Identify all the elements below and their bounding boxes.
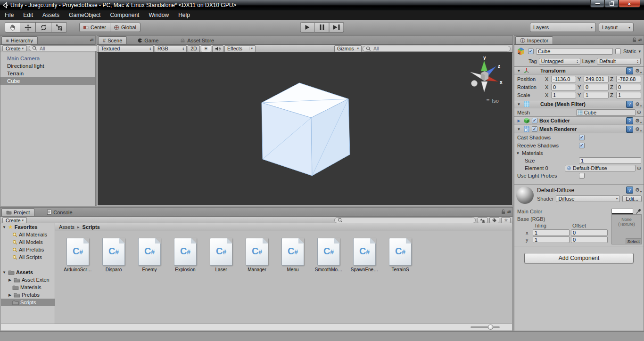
rotate-tool-button[interactable] xyxy=(36,22,51,32)
scene-viewport[interactable]: y z x ≡ Iso xyxy=(98,52,512,205)
offset-x-field[interactable]: 0 xyxy=(571,229,608,236)
render-mode-dropdown[interactable]: Textured ▴▾ xyxy=(98,45,154,52)
pause-button[interactable] xyxy=(315,22,330,32)
object-picker-icon[interactable]: ⊙ xyxy=(637,165,641,171)
mesh-renderer-enabled-checkbox[interactable]: ✓ xyxy=(532,126,537,132)
gear-icon[interactable]: ⚙▾ xyxy=(635,118,642,124)
audio-toggle-button[interactable] xyxy=(212,45,223,52)
foldout-closed-icon[interactable]: ▶ xyxy=(8,293,12,297)
slider-knob[interactable] xyxy=(488,325,493,330)
materials-foldout[interactable]: ▼ Materials xyxy=(514,149,644,157)
shader-dropdown[interactable]: Diffuse ▾ xyxy=(556,195,620,202)
restore-button[interactable] xyxy=(604,0,619,8)
help-icon[interactable]: ? xyxy=(626,187,633,194)
menu-assets[interactable]: Assets xyxy=(38,12,64,18)
file-enemy[interactable]: C# Enemy xyxy=(132,238,167,272)
favorite-all-scripts[interactable]: All Scripts xyxy=(1,253,55,261)
iso-mode-label[interactable]: ≡ Iso xyxy=(486,97,499,104)
rotation-z-field[interactable]: 0 xyxy=(616,84,641,90)
material-preview-sphere[interactable] xyxy=(516,187,534,204)
foldout-open-icon[interactable]: ▼ xyxy=(2,225,7,229)
hierarchy-item-terrain[interactable]: Terrain xyxy=(0,70,95,77)
help-icon[interactable]: ? xyxy=(626,117,633,124)
menu-window[interactable]: Window xyxy=(144,12,173,18)
position-x-field[interactable]: -1136.0 xyxy=(551,76,576,82)
foldout-closed-icon[interactable]: ▶ xyxy=(8,278,12,282)
panel-menu-icon[interactable]: ▾≡ xyxy=(90,37,93,42)
center-toggle-button[interactable]: Center xyxy=(79,23,110,32)
name-field[interactable]: Cube xyxy=(536,48,613,55)
step-button[interactable] xyxy=(330,22,344,32)
icon-size-slider[interactable] xyxy=(471,326,500,328)
tab-console[interactable]: Console xyxy=(43,208,76,216)
box-collider-header[interactable]: ▶ ✓ Box Collider ? ⚙▾ xyxy=(514,116,644,125)
minimize-button[interactable] xyxy=(590,0,604,8)
mesh-object-field[interactable]: Cube xyxy=(576,109,636,116)
static-checkbox[interactable] xyxy=(615,49,621,54)
hand-tool-button[interactable] xyxy=(5,22,20,32)
add-component-button[interactable]: Add Component xyxy=(524,253,634,263)
gear-icon[interactable]: ⚙▾ xyxy=(635,68,642,74)
receive-shadows-checkbox[interactable]: ✓ xyxy=(579,143,585,148)
file-smoothmove[interactable]: C# SmoothMo… xyxy=(311,238,347,272)
file-arduinoscript[interactable]: C# ArduinoScr… xyxy=(60,238,96,272)
file-spawnenemy[interactable]: C# SpawnEne… xyxy=(347,238,382,272)
file-laser[interactable]: C# Laser xyxy=(203,238,239,272)
search-by-type-button[interactable] xyxy=(478,217,487,223)
position-z-field[interactable]: -782.68 xyxy=(616,76,641,82)
help-icon[interactable]: ? xyxy=(626,126,633,133)
tiling-y-field[interactable]: 1 xyxy=(533,236,570,243)
offset-y-field[interactable]: 0 xyxy=(571,236,608,243)
favorite-all-models[interactable]: All Models xyxy=(1,238,55,246)
folder-asset-extensions[interactable]: ▶ Asset Exten xyxy=(1,276,55,284)
hierarchy-search-input[interactable] xyxy=(39,45,104,52)
foldout-closed-icon[interactable]: ▶ xyxy=(516,119,521,123)
breadcrumb-root[interactable]: Assets xyxy=(59,224,74,230)
layer-dropdown[interactable]: Default ▴▾ xyxy=(597,58,641,65)
mesh-filter-header[interactable]: ▼ Cube (Mesh Filter) ? ⚙▾ xyxy=(514,100,644,108)
position-y-field[interactable]: 249.031 xyxy=(584,76,609,82)
file-disparo[interactable]: C# Disparo xyxy=(96,238,132,272)
hierarchy-create-button[interactable]: Create ▾ xyxy=(2,45,27,51)
menu-gameobject[interactable]: GameObject xyxy=(64,12,105,18)
gizmos-dropdown[interactable]: Gizmos ▾ xyxy=(334,45,362,52)
scene-search-input[interactable] xyxy=(372,45,507,52)
favorite-all-materials[interactable]: All Materials xyxy=(1,231,55,238)
gear-icon[interactable]: ⚙▾ xyxy=(635,126,642,132)
hierarchy-item-main-camera[interactable]: Main Camera xyxy=(0,55,95,62)
file-manager[interactable]: C# Manager xyxy=(239,238,275,272)
foldout-open-icon[interactable]: ▼ xyxy=(2,270,7,275)
light-probes-checkbox[interactable] xyxy=(579,173,585,179)
foldout-open-icon[interactable]: ▼ xyxy=(516,69,521,73)
close-button[interactable]: × xyxy=(619,0,640,8)
project-search[interactable] xyxy=(334,217,476,223)
rotation-x-field[interactable]: 0 xyxy=(551,84,576,90)
folder-scripts[interactable]: Scripts xyxy=(1,299,55,306)
search-by-label-button[interactable] xyxy=(489,217,499,223)
eyedropper-icon[interactable] xyxy=(636,209,641,214)
menu-file[interactable]: File xyxy=(0,12,18,18)
active-checkbox[interactable]: ✓ xyxy=(528,49,534,54)
static-dropdown-icon[interactable]: ▾ xyxy=(638,49,641,54)
cast-shadows-checkbox[interactable]: ✓ xyxy=(579,135,585,140)
tab-game[interactable]: Game xyxy=(133,36,163,44)
file-terrains[interactable]: C# TerrainS xyxy=(382,238,418,272)
tab-inspector[interactable]: ⓘ Inspector xyxy=(515,36,553,44)
move-tool-button[interactable] xyxy=(20,22,36,32)
lock-icon[interactable] xyxy=(632,37,636,42)
file-explosion[interactable]: C# Explosion xyxy=(167,238,203,272)
gear-icon[interactable]: ⚙▾ xyxy=(635,101,642,107)
favorites-root[interactable]: ▼ ★ Favorites xyxy=(1,223,55,231)
main-color-swatch[interactable] xyxy=(611,209,633,215)
favorite-all-prefabs[interactable]: All Prefabs xyxy=(1,246,55,253)
folder-prefabs[interactable]: ▶ Prefabs xyxy=(1,291,55,299)
assets-root[interactable]: ▼ Assets xyxy=(1,268,55,276)
tiling-x-field[interactable]: 1 xyxy=(533,229,570,236)
transform-header[interactable]: ▼ Transform ? ⚙▾ xyxy=(514,66,644,75)
menu-help[interactable]: Help xyxy=(173,12,195,18)
layers-dropdown[interactable]: Layers ▾ xyxy=(530,23,596,32)
foldout-open-icon[interactable]: ▼ xyxy=(516,127,521,131)
gear-icon[interactable]: ⚙▾ xyxy=(635,187,642,193)
project-create-button[interactable]: Create ▾ xyxy=(2,217,27,223)
scale-tool-button[interactable] xyxy=(51,22,67,32)
